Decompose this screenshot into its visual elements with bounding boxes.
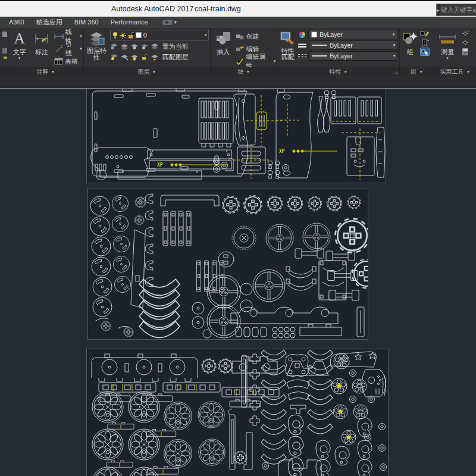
layer-combo-arrow-icon: ▾ <box>205 33 207 37</box>
panel-annotation: A 文字▾ 标注 线性▾ 引线▾ 表格 <box>8 28 84 76</box>
plain-disc <box>240 283 252 295</box>
panel-label-annotation[interactable]: 注释▼ <box>8 67 83 76</box>
panel-label-properties[interactable]: 特性▼ <box>277 67 399 76</box>
small-circle-parts <box>192 302 211 338</box>
title-bar: Autodesk AutoCAD 2017 coal-train.dwg ▸ 键… <box>0 0 476 17</box>
match-properties-button[interactable]: 特性匹配 <box>278 29 297 61</box>
table-icon <box>54 58 63 65</box>
sheet2-drawing <box>88 189 368 339</box>
properties-expander-icon[interactable]: ↘ <box>394 70 399 76</box>
measure-button[interactable]: 测量▾ <box>436 29 459 60</box>
hook-parts-col2 <box>316 440 349 476</box>
panel-label-layers[interactable]: 图层▼ <box>84 67 211 76</box>
panel-label-group[interactable]: 组▼ <box>400 67 434 76</box>
layer-walk-icon[interactable] <box>120 54 129 61</box>
ribbon-lower-strip <box>0 76 476 89</box>
frame-rail-top <box>92 354 198 381</box>
panel-label-block[interactable]: 块▼ <box>211 67 277 76</box>
svg-text:XP: XP <box>157 162 163 168</box>
match-layer-button[interactable]: 匹配图层 <box>162 53 189 62</box>
panel-label-utilities[interactable]: 实用工具▼ <box>434 67 476 76</box>
smiley-plate <box>342 129 380 180</box>
color-wheel-icon <box>298 31 306 39</box>
slot-box <box>233 144 270 178</box>
panel-clipped-left <box>0 28 8 76</box>
set-current-button[interactable]: 置为当前 <box>162 42 189 51</box>
layer-tools-row-1: 置为当前 <box>110 42 209 51</box>
menu-bar: A360 精选应用 BIM 360 Performance ▾ <box>0 17 476 28</box>
edit-attributes-button[interactable]: 编辑属性▾ <box>236 55 275 67</box>
menu-a360[interactable]: A360 <box>3 17 30 28</box>
search-box[interactable]: ▸ 键入关键字或短语 <box>436 4 476 16</box>
menu-bim360[interactable]: BIM 360 <box>68 17 105 28</box>
star-bar <box>330 352 376 367</box>
layer-unlock-icon <box>128 32 134 39</box>
search-input[interactable]: 键入关键字或短语 <box>440 6 476 14</box>
table-button[interactable]: 表格 <box>54 55 82 67</box>
inter-wheel-clips <box>107 422 178 474</box>
linetype-dropdown[interactable]: ByLayer ▾ <box>309 51 398 61</box>
u-channel-bottom <box>278 460 321 476</box>
clipped-icon <box>1 30 7 61</box>
gear-bottom <box>234 451 247 464</box>
boiler-plate <box>276 92 313 178</box>
layer-isolate-icon[interactable] <box>120 43 129 50</box>
panel-layers: 图层特性 0 ▾ 置为当前 <box>84 28 211 76</box>
crescent-column-a <box>261 350 286 464</box>
group-button[interactable]: 组 <box>401 29 419 57</box>
layer-combo[interactable]: 0 ▾ <box>110 30 209 40</box>
wedge-bar <box>131 230 145 308</box>
boiler-front-piece <box>362 369 386 397</box>
frame-rail <box>231 307 338 324</box>
screencast-icon[interactable] <box>162 20 172 25</box>
object-color-dropdown[interactable]: ByLayer ▾ <box>308 30 397 39</box>
menu-featured-apps[interactable]: 精选应用 <box>30 17 68 28</box>
layer-tools-row-2: 匹配图层 <box>110 52 209 62</box>
menu-performance[interactable]: Performance <box>105 17 154 28</box>
layer-freeze-icon[interactable] <box>130 43 139 50</box>
wave-brackets <box>286 267 316 290</box>
layer-merge-icon[interactable] <box>151 54 159 61</box>
match-properties-icon <box>280 31 296 46</box>
group-selection-toggle-icon[interactable] <box>420 48 430 56</box>
bottom-small-parts <box>236 307 364 338</box>
document-name: coal-train.dwg <box>195 5 241 13</box>
layer-on-small-icon[interactable] <box>110 54 118 61</box>
grille-plate <box>199 98 233 147</box>
insert-button[interactable]: 插入 <box>212 29 234 57</box>
text-button[interactable]: A 文字▾ <box>10 29 30 60</box>
ungroup-icon[interactable] <box>420 30 430 37</box>
group-edit-icon[interactable] <box>420 39 430 46</box>
organic-gear-parts <box>95 318 133 337</box>
plus-hole-disc <box>218 252 234 267</box>
layer-properties-icon <box>89 31 105 46</box>
layer-off-icon[interactable] <box>110 43 118 50</box>
edit-attributes-icon <box>236 58 245 65</box>
menu-overflow-arrow-icon[interactable]: ▾ <box>172 20 177 25</box>
linetype-icon <box>298 54 306 58</box>
drawing-canvas[interactable]: XP XP <box>0 89 476 476</box>
layer-thaw-sun-icon <box>120 32 126 39</box>
layer-properties-button[interactable]: 图层特性 <box>85 29 109 61</box>
thin-hanger-bars <box>228 409 235 469</box>
layer-lock-small-icon[interactable] <box>140 43 149 50</box>
id-point-icon[interactable] <box>461 30 470 37</box>
top-channel-bracket <box>161 195 219 206</box>
create-block-icon <box>236 33 245 40</box>
layer-unlock-small-icon[interactable] <box>140 54 149 61</box>
layer-stack-icon[interactable] <box>151 43 159 50</box>
uclip-column <box>145 194 153 287</box>
lineweight-dropdown[interactable]: ByLayer ▾ <box>309 40 398 50</box>
cross-wheel <box>266 224 293 252</box>
x-bracket-plate <box>286 354 308 376</box>
layer-thaw-small-icon[interactable] <box>130 54 139 61</box>
dimension-icon <box>34 32 49 46</box>
create-block-button[interactable]: 创建 <box>236 30 275 42</box>
group-icon <box>402 31 418 46</box>
app-title: Autodesk AutoCAD 2017 <box>111 5 193 13</box>
dimension-button[interactable]: 标注 <box>30 29 52 57</box>
calculator-icon[interactable] <box>461 48 470 56</box>
vent-plate-2 <box>358 97 381 124</box>
point-icon[interactable] <box>461 39 470 46</box>
leader-button[interactable]: 引线▾ <box>54 43 82 55</box>
